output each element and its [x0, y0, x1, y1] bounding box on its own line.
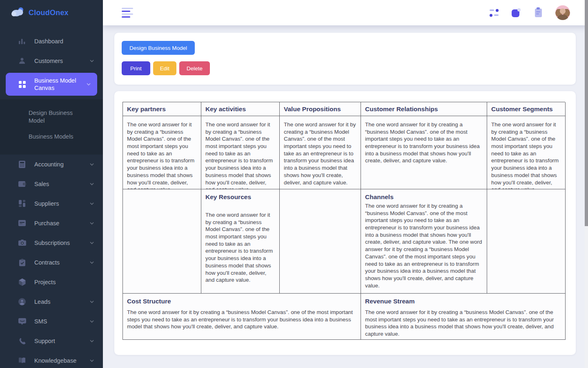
cell-key-activities: The one word answer for it by creating a… [201, 116, 280, 189]
camera-icon [18, 239, 26, 247]
sidebar-item-leads[interactable]: Leads [0, 292, 103, 312]
cell-key-resources: Key Resources The one word answer for it… [201, 189, 280, 294]
column-header-key-partners: Key partners [123, 102, 201, 116]
column-header-customer-relationships: Customer Relationships [361, 102, 487, 116]
cell-value-propositions: The one word answer for it by creating a… [280, 116, 361, 189]
list-toggle-icon[interactable] [489, 8, 499, 18]
sidebar-item-projects[interactable]: Projects [0, 272, 103, 292]
delete-button[interactable]: Delete [179, 61, 210, 75]
cloud-icon [11, 7, 24, 18]
chevron-down-icon [90, 60, 94, 62]
grid-icon [18, 80, 26, 88]
submenu-item-business-models[interactable]: Business Models [0, 129, 103, 145]
chevron-down-icon [87, 83, 91, 85]
chevron-down-icon [90, 320, 94, 323]
actions-card: Design Business Model Print Edit Delete [114, 33, 576, 85]
sidebar: CloudOnex Dashboard Customers [0, 0, 103, 368]
sidebar-item-support[interactable]: Support [0, 331, 103, 351]
cell-customer-relationships: The one word answer for it by creating a… [361, 116, 487, 189]
chevron-down-icon [90, 183, 94, 185]
edit-button[interactable]: Edit [153, 61, 176, 75]
bar-chart-icon [18, 37, 26, 45]
sidebar-item-dashboard[interactable]: Dashboard [0, 31, 103, 51]
business-model-canvas-table: Key partners Key activities Value Propos… [122, 102, 565, 340]
sidebar-item-knowledgebase[interactable]: Knowledgebase [0, 351, 103, 368]
cell-empty [280, 189, 361, 294]
blocks-icon [18, 200, 26, 208]
chevron-down-icon [90, 202, 94, 205]
sidebar-submenu: Design Business Model Business Models [0, 99, 103, 155]
book-icon [18, 357, 26, 365]
sidebar-item-sales[interactable]: Sales [0, 174, 103, 194]
business-model-canvas-card: Key partners Key activities Value Propos… [114, 91, 576, 355]
submenu-item-design-business-model[interactable]: Design Business Model [0, 105, 94, 129]
sidebar-toggle-icon[interactable] [122, 8, 133, 18]
cell-empty [123, 189, 201, 294]
credit-card-icon [18, 219, 26, 227]
cube-icon [18, 278, 26, 286]
scrollbar-thumb[interactable] [585, 0, 588, 226]
cell-revenue-stream: Revenue Stream The one word answer for i… [361, 294, 566, 340]
wallet-icon [18, 180, 26, 188]
brand-logo[interactable]: CloudOnex [0, 0, 103, 25]
sidebar-item-suppliers[interactable]: Suppliers [0, 194, 103, 213]
topbar [103, 0, 588, 25]
calculator-icon [18, 160, 26, 168]
column-header-customer-segments: Customer Segments [487, 102, 566, 116]
brand-name: CloudOnex [29, 9, 69, 17]
app-notification-icon[interactable] [511, 8, 521, 18]
chevron-down-icon [90, 301, 94, 303]
sidebar-item-business-model-canvas[interactable]: Business Model Canvas [0, 71, 103, 98]
cell-customer-segments: The one word answer for it by creating a… [487, 116, 566, 189]
sidebar-item-subscriptions[interactable]: Subscriptions [0, 233, 103, 253]
sidebar-item-sms[interactable]: SMS [0, 312, 103, 331]
phone-icon [18, 337, 26, 345]
chat-icon [18, 317, 26, 325]
chevron-down-icon [90, 222, 94, 224]
sidebar-item-accounting[interactable]: Accounting [0, 155, 103, 174]
design-business-model-button[interactable]: Design Business Model [122, 41, 195, 55]
avatar[interactable] [555, 5, 570, 20]
chevron-down-icon [90, 359, 94, 362]
chevron-down-icon [90, 242, 94, 244]
sidebar-item-customers[interactable]: Customers [0, 51, 103, 71]
sidebar-item-contracts[interactable]: Contracts [0, 253, 103, 272]
print-button[interactable]: Print [122, 61, 150, 75]
sidebar-item-purchase[interactable]: Purchase [0, 213, 103, 233]
chevron-down-icon [90, 340, 94, 342]
column-header-value-propositions: Value Propositions [280, 102, 361, 116]
cell-channels: Channels The one word answer for it by c… [361, 189, 487, 294]
cell-cost-structure: Cost Structure The one word answer for i… [123, 294, 361, 340]
scrollbar-track [585, 0, 588, 368]
cell-empty [487, 189, 566, 294]
user-icon [18, 57, 26, 65]
chevron-down-icon [90, 163, 94, 166]
clipboard-check-icon [18, 258, 26, 267]
cell-key-partners: The one word answer for it by creating a… [123, 116, 201, 189]
chevron-down-icon [90, 261, 94, 264]
column-header-key-activities: Key activities [201, 102, 280, 116]
clipboard-icon[interactable] [533, 8, 543, 18]
user-circle-icon [18, 298, 26, 306]
sidebar-nav: Dashboard Customers Busin [0, 25, 103, 368]
main-content: Design Business Model Print Edit Delete … [103, 25, 588, 368]
